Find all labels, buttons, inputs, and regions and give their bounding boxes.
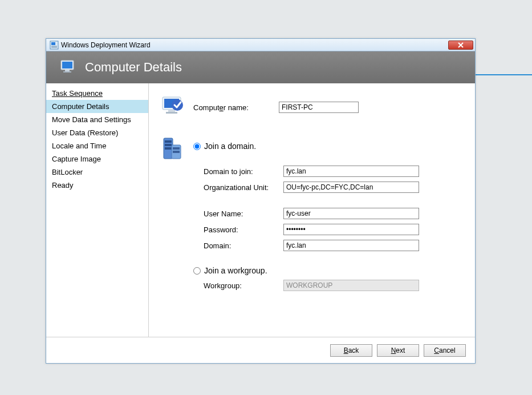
computer-name-input[interactable] <box>279 102 359 113</box>
computer-check-icon <box>160 94 188 121</box>
body: Task Sequence Computer DetailsMove Data … <box>46 83 475 337</box>
workgroup-label: Workgroup: <box>204 281 283 290</box>
username-label: User Name: <box>204 209 283 218</box>
sidebar-item-bitlocker[interactable]: BitLocker <box>46 166 148 179</box>
page-title: Computer Details <box>85 60 182 75</box>
sidebar-item-user-data-restore-[interactable]: User Data (Restore) <box>46 126 148 139</box>
next-button[interactable]: Next <box>377 344 419 357</box>
sidebar-item-move-data-and-settings[interactable]: Move Data and Settings <box>46 113 148 126</box>
join-domain-radio-row: Join a domain. <box>193 142 464 151</box>
back-button[interactable]: Back <box>330 344 372 357</box>
cred-domain-input[interactable] <box>283 240 419 251</box>
wizard-window: Windows Deployment Wizard Computer Detai… <box>46 38 476 364</box>
join-domain-radio[interactable] <box>193 143 201 150</box>
sidebar-item-ready[interactable]: Ready <box>46 179 148 192</box>
close-button[interactable] <box>448 41 473 50</box>
svg-rect-10 <box>166 112 177 114</box>
username-input[interactable] <box>283 208 419 219</box>
close-icon <box>457 42 464 48</box>
workgroup-input <box>283 280 419 291</box>
sidebar: Task Sequence Computer DetailsMove Data … <box>46 83 149 337</box>
svg-rect-15 <box>165 147 172 150</box>
content: Computer name: <box>149 83 475 337</box>
sidebar-heading[interactable]: Task Sequence <box>46 87 148 100</box>
monitor-icon <box>60 58 78 76</box>
svg-rect-2 <box>51 46 57 48</box>
svg-rect-6 <box>63 71 71 72</box>
join-domain-label: Join a domain. <box>204 142 256 151</box>
domain-to-join-input[interactable] <box>283 166 419 177</box>
cred-domain-label: Domain: <box>204 241 283 250</box>
header-band: Computer Details <box>46 51 475 83</box>
svg-rect-5 <box>65 70 70 71</box>
cancel-button[interactable]: Cancel <box>424 344 466 357</box>
domain-section-row: Join a domain. <box>160 135 464 162</box>
domain-to-join-label: Domain to join: <box>204 167 283 176</box>
titlebar: Windows Deployment Wizard <box>46 39 475 51</box>
password-input[interactable] <box>283 224 419 235</box>
svg-rect-9 <box>168 110 175 112</box>
sidebar-item-computer-details[interactable]: Computer Details <box>46 100 148 113</box>
window-title: Windows Deployment Wizard <box>61 41 448 49</box>
join-workgroup-radio[interactable] <box>193 267 201 275</box>
ou-input[interactable] <box>283 182 419 193</box>
ou-label: Organizational Unit: <box>204 183 283 192</box>
footer: Back Next Cancel <box>46 337 475 363</box>
app-icon <box>50 41 59 50</box>
join-workgroup-label: Join a workgroup. <box>204 266 267 275</box>
join-workgroup-radio-row: Join a workgroup. <box>193 266 464 275</box>
svg-rect-18 <box>173 151 180 153</box>
sidebar-item-capture-image[interactable]: Capture Image <box>46 152 148 166</box>
computer-name-row: Computer name: <box>160 94 464 121</box>
svg-rect-4 <box>62 62 72 68</box>
svg-rect-13 <box>165 140 172 143</box>
svg-point-11 <box>172 99 183 111</box>
svg-rect-1 <box>51 42 55 45</box>
computer-name-label: Computer name: <box>193 103 279 112</box>
svg-rect-14 <box>165 144 172 146</box>
password-label: Password: <box>204 225 283 234</box>
server-icon <box>160 135 188 162</box>
svg-rect-17 <box>173 147 180 150</box>
sidebar-item-locale-and-time[interactable]: Locale and Time <box>46 139 148 152</box>
